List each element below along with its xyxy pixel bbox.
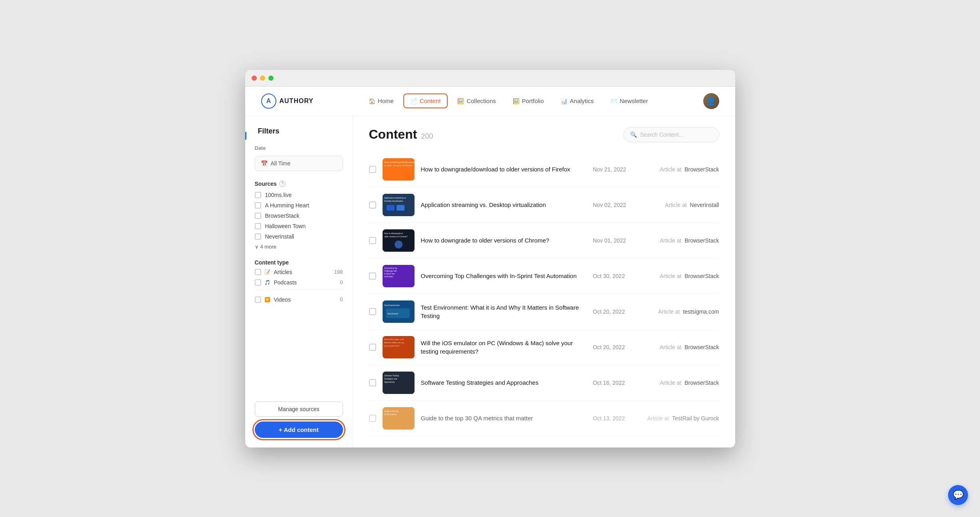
item-source-name: testsigma.com bbox=[683, 308, 719, 315]
item-source-prefix: Article at bbox=[658, 308, 680, 315]
filters-title: Filters bbox=[258, 127, 343, 135]
svg-text:Application streaming vs.: Application streaming vs. bbox=[384, 197, 407, 199]
chevron-down-icon: ∨ bbox=[255, 244, 259, 250]
more-sources-label: 4 more bbox=[260, 244, 276, 250]
source-halloween[interactable]: Halloween Town bbox=[255, 223, 343, 229]
manage-sources-button[interactable]: Manage sources bbox=[255, 402, 343, 417]
nav-collections[interactable]: 🖼️ Collections bbox=[450, 93, 503, 108]
item-date: Nov 02, 2022 bbox=[593, 202, 633, 208]
date-filter-section: Date 📅 All Time bbox=[255, 145, 343, 171]
search-box[interactable]: 🔍 Search Content... bbox=[623, 127, 719, 142]
source-neverinstall-checkbox[interactable] bbox=[255, 233, 261, 240]
table-row: Test Environment Test Environ Test Envir… bbox=[369, 294, 719, 330]
date-select[interactable]: 📅 All Time bbox=[255, 156, 343, 171]
item-title: Software Testing Strategies and Approach… bbox=[421, 378, 587, 387]
item-source-prefix: Article at bbox=[660, 273, 681, 279]
more-sources-link[interactable]: ∨ 4 more bbox=[255, 244, 343, 250]
logo[interactable]: A AUTHORY bbox=[261, 93, 314, 109]
type-articles-checkbox[interactable] bbox=[255, 269, 261, 275]
content-type-filter: Content type 📝 Articles 198 🎵 Podcasts 0 bbox=[255, 259, 343, 303]
content-icon: 📄 bbox=[411, 98, 417, 104]
svg-point-12 bbox=[395, 241, 403, 249]
user-avatar[interactable]: 👤 bbox=[703, 93, 719, 109]
minimize-button[interactable] bbox=[260, 76, 265, 81]
source-browserstack[interactable]: BrowserStack bbox=[255, 213, 343, 219]
maximize-button[interactable] bbox=[268, 76, 274, 81]
nav-home[interactable]: 🏠 Home bbox=[361, 93, 401, 108]
date-filter-label: Date bbox=[255, 145, 343, 151]
item-source: Article at BrowserStack bbox=[639, 380, 719, 386]
svg-rect-8 bbox=[397, 205, 405, 211]
item-checkbox[interactable] bbox=[369, 166, 376, 173]
sidebar: Filters Date 📅 All Time Sources ? bbox=[245, 116, 353, 447]
source-humming-label: A Humming Heart bbox=[265, 202, 309, 209]
nav-newsletter[interactable]: ✉️ Newsletter bbox=[603, 93, 655, 108]
source-neverinstall[interactable]: Neverinstall bbox=[255, 233, 343, 240]
source-humming-checkbox[interactable] bbox=[255, 202, 261, 209]
item-checkbox[interactable] bbox=[369, 308, 376, 315]
item-date: Oct 20, 2022 bbox=[593, 308, 633, 315]
item-checkbox[interactable] bbox=[369, 379, 376, 386]
type-videos[interactable]: ▶️ Videos 0 bbox=[255, 296, 343, 303]
content-header: Content 200 🔍 Search Content... bbox=[369, 127, 719, 142]
home-icon: 🏠 bbox=[369, 98, 375, 104]
item-source-prefix: Article at bbox=[660, 237, 681, 244]
source-browserstack-label: BrowserStack bbox=[265, 213, 300, 219]
nav-newsletter-label: Newsletter bbox=[620, 97, 648, 104]
type-podcasts-checkbox[interactable] bbox=[255, 279, 261, 286]
item-title: How to downgrade/download to older versi… bbox=[421, 165, 587, 173]
svg-text:Approaches: Approaches bbox=[384, 381, 395, 383]
source-humming[interactable]: A Humming Heart bbox=[255, 202, 343, 209]
svg-text:How to downgrade to: How to downgrade to bbox=[384, 232, 403, 235]
item-thumbnail: Test Environment Test Environ bbox=[383, 300, 415, 323]
content-type-label: Content type bbox=[255, 259, 343, 266]
item-date: Oct 20, 2022 bbox=[593, 344, 633, 350]
nav-analytics[interactable]: 📊 Analytics bbox=[553, 93, 601, 108]
source-100ms[interactable]: 100ms.live bbox=[255, 192, 343, 198]
close-button[interactable] bbox=[252, 76, 257, 81]
nav-content[interactable]: 📄 Content bbox=[403, 93, 448, 108]
date-value: All Time bbox=[271, 160, 291, 167]
articles-icon: 📝 bbox=[264, 269, 271, 275]
item-checkbox[interactable] bbox=[369, 344, 376, 351]
videos-count: 0 bbox=[340, 296, 343, 302]
source-browserstack-checkbox[interactable] bbox=[255, 213, 261, 219]
chat-button[interactable]: 💬 bbox=[948, 485, 968, 505]
content-list: How to downgrade/download to older versi… bbox=[369, 152, 719, 436]
nav-collections-label: Collections bbox=[466, 97, 496, 104]
item-title: Will the iOS emulator on PC (Windows & M… bbox=[421, 339, 587, 356]
svg-text:In-Sprint Test: In-Sprint Test bbox=[384, 273, 395, 275]
item-checkbox[interactable] bbox=[369, 237, 376, 244]
add-content-button[interactable]: + Add content bbox=[255, 422, 343, 438]
content-count: 200 bbox=[421, 132, 433, 141]
item-checkbox[interactable] bbox=[369, 201, 376, 209]
logo-text: AUTHORY bbox=[280, 97, 314, 105]
type-videos-checkbox[interactable] bbox=[255, 296, 261, 303]
item-thumbnail: Overcoming Top Challenges with In-Sprint… bbox=[383, 265, 415, 287]
svg-text:to older versions of Firefox: to older versions of Firefox bbox=[384, 164, 413, 167]
help-icon[interactable]: ? bbox=[279, 181, 286, 187]
podcasts-icon: 🎵 bbox=[264, 280, 271, 285]
item-title: Application streaming vs. Desktop virtua… bbox=[421, 201, 587, 209]
item-thumbnail: Will the iOS emulator on PC (Windows & M… bbox=[383, 336, 415, 358]
item-checkbox[interactable] bbox=[369, 415, 376, 422]
item-source-prefix: Article at bbox=[660, 380, 681, 386]
sources-header: Sources ? bbox=[255, 181, 343, 187]
page-title: Content bbox=[369, 127, 417, 142]
svg-text:Strategies and: Strategies and bbox=[384, 378, 397, 380]
item-title: Test Environment: What it is And Why It … bbox=[421, 303, 587, 320]
type-podcasts[interactable]: 🎵 Podcasts 0 bbox=[255, 279, 343, 286]
source-halloween-checkbox[interactable] bbox=[255, 223, 261, 229]
type-articles[interactable]: 📝 Articles 198 bbox=[255, 269, 343, 275]
title-bar bbox=[245, 70, 735, 87]
source-100ms-checkbox[interactable] bbox=[255, 192, 261, 198]
sidebar-bottom: Manage sources + Add content bbox=[255, 402, 343, 438]
item-source-name: BrowserStack bbox=[684, 344, 719, 350]
item-checkbox[interactable] bbox=[369, 272, 376, 280]
podcasts-label: Podcasts bbox=[274, 279, 337, 286]
nav-portfolio[interactable]: 🖼️ Portfolio bbox=[506, 93, 551, 108]
item-thumbnail: How to downgrade to older versions of Ch… bbox=[383, 229, 415, 252]
source-halloween-label: Halloween Town bbox=[265, 223, 306, 229]
sidebar-divider bbox=[255, 290, 343, 290]
table-row: Guide to the top 30 QA metrics Guide to … bbox=[369, 401, 719, 436]
